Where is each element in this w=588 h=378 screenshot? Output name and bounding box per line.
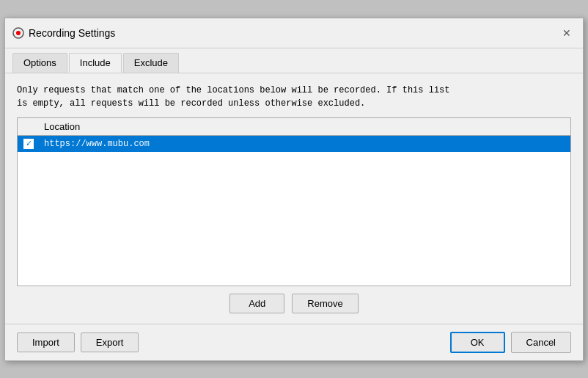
row-checkbox[interactable] bbox=[23, 139, 34, 149]
export-button[interactable]: Export bbox=[81, 332, 139, 352]
remove-button[interactable]: Remove bbox=[292, 294, 358, 313]
title-bar: Recording Settings ✕ bbox=[5, 18, 583, 48]
ok-button[interactable]: OK bbox=[450, 332, 505, 353]
title-bar-left: Recording Settings bbox=[12, 27, 115, 39]
footer-right-buttons: OK Cancel bbox=[450, 332, 571, 353]
add-button[interactable]: Add bbox=[229, 294, 284, 313]
tab-include[interactable]: Include bbox=[69, 53, 122, 73]
close-button[interactable]: ✕ bbox=[558, 24, 576, 42]
row-checkbox-col bbox=[23, 139, 44, 149]
description-text: Only requests that match one of the loca… bbox=[17, 84, 571, 110]
recording-icon bbox=[12, 27, 24, 39]
table-row[interactable]: https://www.mubu.com bbox=[18, 136, 570, 152]
tab-options[interactable]: Options bbox=[12, 53, 67, 73]
dialog-title: Recording Settings bbox=[29, 27, 115, 39]
recording-settings-dialog: Recording Settings ✕ Options Include Exc… bbox=[4, 18, 584, 361]
cancel-button[interactable]: Cancel bbox=[511, 332, 571, 353]
tab-exclude[interactable]: Exclude bbox=[123, 53, 179, 73]
tab-content: Only requests that match one of the loca… bbox=[5, 73, 583, 324]
header-location-label: Location bbox=[44, 121, 565, 132]
description-line1: Only requests that match one of the loca… bbox=[17, 85, 450, 95]
locations-table[interactable]: Location https://www.mubu.com bbox=[17, 117, 571, 286]
footer-left-buttons: Import Export bbox=[17, 332, 139, 352]
description-line2: is empty, all requests will be recorded … bbox=[17, 98, 365, 109]
table-header: Location bbox=[18, 118, 570, 136]
action-buttons: Add Remove bbox=[17, 294, 571, 313]
svg-point-1 bbox=[16, 31, 21, 35]
footer: Import Export OK Cancel bbox=[5, 324, 583, 360]
tab-bar: Options Include Exclude bbox=[5, 48, 583, 73]
import-button[interactable]: Import bbox=[17, 332, 75, 352]
row-url: https://www.mubu.com bbox=[44, 139, 565, 149]
